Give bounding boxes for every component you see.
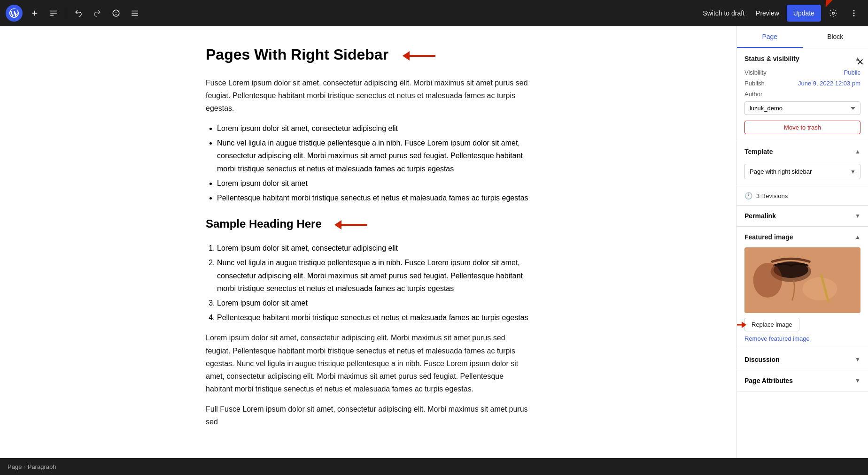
heading-2-text: Sample Heading Here (206, 218, 322, 230)
tab-page[interactable]: Page (737, 26, 803, 48)
page-title[interactable]: Pages With Right Sidebar (206, 45, 531, 65)
breadcrumb-page[interactable]: Page (8, 463, 22, 470)
right-sidebar: Page Block ✕ Status & visibility ▲ Visib… (736, 26, 868, 475)
bullet-list: Lorem ipsum dolor sit amet, consectetur … (217, 122, 531, 204)
chevron-down-page-attributes-icon: ▼ (855, 377, 860, 384)
replace-image-row: Replace image (744, 318, 860, 331)
page-attributes-title: Page Attributes (744, 377, 793, 384)
list-item: Pellentesque habitant morbi tristique se… (217, 311, 531, 324)
replace-image-button[interactable]: Replace image (744, 318, 799, 331)
editor-content: Pages With Right Sidebar Fusce Lorem ips… (194, 45, 542, 436)
revisions-row[interactable]: 🕐 3 Revisions (737, 186, 868, 206)
svg-point-9 (853, 10, 854, 11)
section-template-header[interactable]: Template ▲ (737, 141, 868, 162)
svg-point-8 (832, 12, 835, 15)
section-permalink[interactable]: Permalink ▼ (737, 206, 868, 227)
heading-2[interactable]: Sample Heading Here (206, 215, 531, 234)
remove-featured-image-link[interactable]: Remove featured image (744, 335, 860, 342)
tab-block[interactable]: Block (803, 26, 868, 48)
svg-point-10 (853, 13, 854, 14)
breadcrumb-paragraph[interactable]: Paragraph (28, 463, 56, 470)
section-status-visibility-header[interactable]: Status & visibility ▲ (737, 48, 868, 69)
publish-row: Publish June 9, 2022 12:03 pm (744, 80, 860, 87)
breadcrumb: Page › Paragraph (0, 458, 868, 475)
list-item: Lorem ipsum dolor sit amet, consectetur … (217, 242, 531, 254)
section-discussion[interactable]: Discussion ▼ (737, 349, 868, 370)
template-select[interactable]: Page with right sidebar (744, 164, 860, 179)
section-status-title: Status & visibility (744, 55, 799, 62)
svg-point-11 (853, 15, 854, 16)
toolbar: Switch to draft Preview Update (0, 0, 868, 26)
revisions-icon: 🕐 (744, 192, 752, 199)
author-label: Author (744, 91, 860, 98)
sidebar-close-button[interactable]: ✕ (852, 53, 868, 71)
discussion-title: Discussion (744, 356, 780, 363)
settings-button[interactable] (825, 5, 842, 22)
section-featured-image-title: Featured image (744, 233, 793, 241)
visibility-label: Visibility (744, 69, 767, 76)
publish-label: Publish (744, 80, 765, 87)
section-status-content: Visibility Public Publish June 9, 2022 1… (737, 69, 868, 141)
sidebar-tab-bar: Page Block ✕ (737, 26, 868, 48)
section-template: Template ▲ Page with right sidebar ▼ (737, 141, 868, 186)
permalink-title: Permalink (744, 212, 776, 220)
info-button[interactable] (108, 5, 124, 22)
section-featured-image-header[interactable]: Featured image ▲ (737, 227, 868, 247)
toolbar-right: Switch to draft Preview Update (699, 5, 862, 22)
svg-point-16 (753, 263, 783, 298)
page-title-text: Pages With Right Sidebar (206, 46, 388, 63)
breadcrumb-separator: › (23, 463, 25, 470)
update-button[interactable]: Update (787, 5, 821, 22)
section-template-content: Page with right sidebar ▼ (737, 164, 868, 186)
divider-1 (66, 8, 66, 19)
section-status-visibility: Status & visibility ▲ Visibility Public … (737, 48, 868, 141)
add-block-button[interactable] (26, 5, 43, 22)
list-view-button[interactable] (126, 5, 143, 22)
list-item: Pellentesque habitant morbi tristique se… (217, 192, 531, 204)
switch-to-draft-button[interactable]: Switch to draft (699, 9, 748, 17)
publish-value[interactable]: June 9, 2022 12:03 pm (798, 80, 860, 87)
list-item: Lorem ipsum dolor sit amet, consectetur … (217, 122, 531, 135)
author-section: Author luzuk_demo (744, 91, 860, 115)
paragraph-2[interactable]: Lorem ipsum dolor sit amet, consectetur … (206, 331, 531, 395)
wordpress-logo[interactable] (6, 5, 23, 22)
author-select[interactable]: luzuk_demo (744, 101, 860, 115)
featured-image-thumb[interactable] (744, 247, 860, 313)
template-select-wrapper: Page with right sidebar ▼ (744, 164, 860, 179)
list-item: Nunc vel ligula in augue tristique pelle… (217, 256, 531, 295)
preview-button[interactable]: Preview (752, 9, 783, 17)
section-page-attributes[interactable]: Page Attributes ▼ (737, 370, 868, 391)
tools-button[interactable] (45, 5, 62, 22)
section-featured-image-content: Replace image Remove featured image (737, 247, 868, 349)
editor-area[interactable]: Pages With Right Sidebar Fusce Lorem ips… (0, 26, 736, 475)
list-item: Nunc vel ligula in augue tristique pelle… (217, 137, 531, 175)
more-options-button[interactable] (845, 5, 862, 22)
section-template-title: Template (744, 148, 773, 155)
chevron-up-featured-icon: ▲ (855, 234, 860, 240)
list-item: Lorem ipsum dolor sit amet (217, 297, 531, 309)
move-to-trash-button[interactable]: Move to trash (744, 121, 860, 134)
svg-point-4 (116, 15, 116, 15)
chevron-down-discussion-icon: ▼ (855, 356, 860, 363)
redo-button[interactable] (89, 5, 106, 22)
ordered-list: Lorem ipsum dolor sit amet, consectetur … (217, 242, 531, 324)
paragraph-1[interactable]: Fusce Lorem ipsum dolor sit amet, consec… (206, 77, 531, 115)
paragraph-3[interactable]: Full Fusce Lorem ipsum dolor sit amet, c… (206, 403, 531, 428)
list-item: Lorem ipsum dolor sit amet (217, 177, 531, 190)
undo-button[interactable] (70, 5, 87, 22)
revisions-text: 3 Revisions (756, 192, 788, 199)
visibility-row: Visibility Public (744, 69, 860, 76)
chevron-down-permalink-icon: ▼ (855, 213, 860, 219)
svg-point-15 (803, 277, 837, 300)
main-area: Pages With Right Sidebar Fusce Lorem ips… (0, 26, 868, 475)
chevron-up-template-icon: ▲ (855, 148, 860, 155)
section-featured-image: Featured image ▲ (737, 227, 868, 349)
